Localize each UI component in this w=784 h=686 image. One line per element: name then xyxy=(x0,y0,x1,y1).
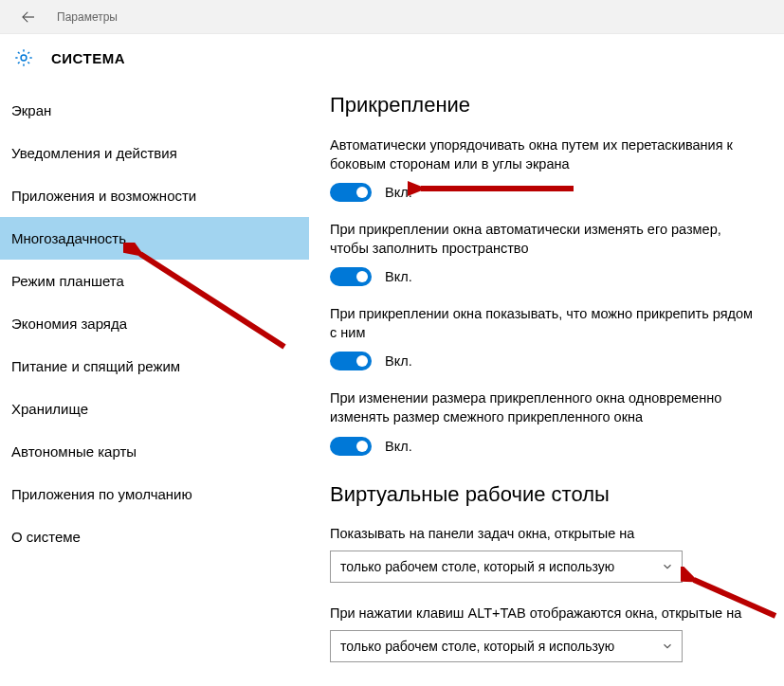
sidebar-item-label: Уведомления и действия xyxy=(11,145,177,161)
setting-text: При прикреплении окна автоматически изме… xyxy=(330,221,761,258)
sidebar-item-tablet-mode[interactable]: Режим планшета xyxy=(0,260,309,302)
chevron-down-icon xyxy=(661,640,674,653)
dropdown-value: только рабочем столе, который я использу… xyxy=(340,639,614,654)
sidebar-item-label: Приложения и возможности xyxy=(11,188,196,204)
toggle-state-label: Вкл. xyxy=(385,439,412,454)
toggle-snap-adjacent[interactable] xyxy=(330,437,372,456)
gear-icon xyxy=(13,47,34,68)
sidebar-item-label: Режим планшета xyxy=(11,273,124,289)
section-title-virtual-desktops: Виртуальные рабочие столы xyxy=(330,482,761,507)
sidebar-item-power-sleep[interactable]: Питание и спящий режим xyxy=(0,345,309,388)
dropdown-label: При нажатии клавиш ALT+TAB отображаются … xyxy=(330,605,761,621)
chevron-down-icon xyxy=(661,560,674,573)
sidebar-item-label: Автономные карты xyxy=(11,443,137,460)
setting-snap-resize: При прикреплении окна автоматически изме… xyxy=(330,221,761,286)
content-pane: Прикрепление Автоматически упорядочивать… xyxy=(309,85,784,680)
setting-snap-arrange: Автоматически упорядочивать окна путем и… xyxy=(330,136,761,202)
toggle-state-label: Вкл. xyxy=(385,185,412,200)
dropdown-alttab-select[interactable]: только рабочем столе, который я использу… xyxy=(330,630,683,662)
sidebar-item-label: Экономия заряда xyxy=(11,316,127,332)
sidebar-item-label: Многозадачность xyxy=(11,230,126,246)
sidebar-item-label: Хранилище xyxy=(11,401,88,417)
sidebar-item-notifications[interactable]: Уведомления и действия xyxy=(0,132,309,174)
dropdown-taskbar-windows: Показывать на панели задач окна, открыты… xyxy=(330,526,761,583)
toggle-state-label: Вкл. xyxy=(385,353,412,369)
page-heading-bar: СИСТЕМА xyxy=(0,34,784,85)
toggle-snap-suggest[interactable] xyxy=(330,352,372,370)
sidebar-item-label: Экран xyxy=(11,102,51,118)
toggle-snap-arrange[interactable] xyxy=(330,183,372,202)
setting-text: Автоматически упорядочивать окна путем и… xyxy=(330,136,761,173)
sidebar-item-label: Приложения по умолчанию xyxy=(11,486,192,502)
window-header: Параметры xyxy=(0,0,784,34)
svg-point-0 xyxy=(21,55,27,61)
window-title: Параметры xyxy=(57,10,118,24)
dropdown-alttab-windows: При нажатии клавиш ALT+TAB отображаются … xyxy=(330,605,761,662)
sidebar-item-offline-maps[interactable]: Автономные карты xyxy=(0,430,309,473)
sidebar-item-battery-saver[interactable]: Экономия заряда xyxy=(0,302,309,345)
sidebar-item-default-apps[interactable]: Приложения по умолчанию xyxy=(0,473,309,515)
sidebar-item-apps[interactable]: Приложения и возможности xyxy=(0,174,309,217)
sidebar-item-storage[interactable]: Хранилище xyxy=(0,388,309,430)
back-button[interactable] xyxy=(17,6,40,28)
sidebar-item-multitasking[interactable]: Многозадачность xyxy=(0,217,309,260)
sidebar-item-label: О системе xyxy=(11,529,81,545)
dropdown-value: только рабочем столе, который я использу… xyxy=(340,559,614,574)
setting-snap-adjacent: При изменении размера прикрепленного окн… xyxy=(330,389,761,455)
setting-text: При прикреплении окна показывать, что мо… xyxy=(330,305,761,342)
sidebar-item-display[interactable]: Экран xyxy=(0,89,309,132)
page-title: СИСТЕМА xyxy=(51,50,125,66)
back-arrow-icon xyxy=(20,9,37,26)
sidebar-item-about[interactable]: О системе xyxy=(0,515,309,558)
dropdown-label: Показывать на панели задач окна, открыты… xyxy=(330,526,761,541)
sidebar-item-label: Питание и спящий режим xyxy=(11,358,180,374)
toggle-state-label: Вкл. xyxy=(385,269,412,284)
dropdown-taskbar-select[interactable]: только рабочем столе, который я использу… xyxy=(330,551,683,583)
setting-text: При изменении размера прикрепленного окн… xyxy=(330,389,761,426)
sidebar: Экран Уведомления и действия Приложения … xyxy=(0,85,309,680)
toggle-snap-resize[interactable] xyxy=(330,267,372,286)
section-title-snap: Прикрепление xyxy=(330,93,761,117)
setting-snap-suggest: При прикреплении окна показывать, что мо… xyxy=(330,305,761,370)
